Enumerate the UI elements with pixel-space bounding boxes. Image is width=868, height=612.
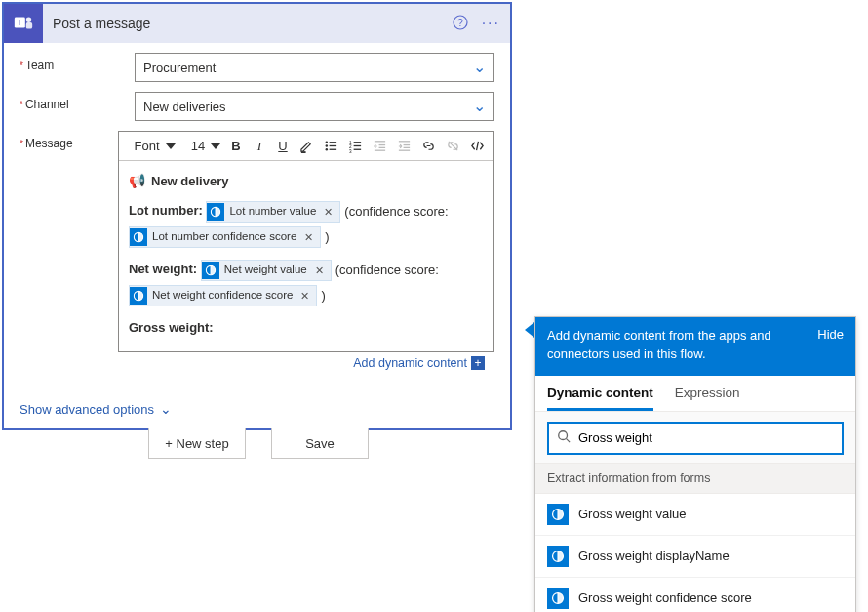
card-title: Post a message (43, 16, 453, 31)
svg-rect-5 (26, 22, 32, 28)
team-label: *Team (20, 53, 135, 72)
chevron-down-icon: ⌄ (160, 401, 172, 417)
remove-token-icon[interactable]: ✕ (312, 263, 327, 279)
ai-builder-icon (130, 287, 147, 305)
outdent-button[interactable] (370, 136, 390, 157)
message-body[interactable]: 📢 New delivery Lot number: Lot number va… (119, 161, 493, 351)
bullhorn-icon: 📢 (129, 171, 145, 191)
token-lot-number-value[interactable]: Lot number value ✕ (206, 201, 340, 223)
remove-token-icon[interactable]: ✕ (297, 288, 312, 305)
svg-point-10 (326, 144, 328, 146)
show-advanced-options[interactable]: Show advanced options ⌄ (4, 393, 510, 428)
ai-builder-icon (547, 504, 569, 525)
tab-dynamic-content[interactable]: Dynamic content (547, 376, 653, 411)
link-button[interactable] (418, 136, 439, 157)
code-view-button[interactable] (467, 136, 488, 157)
action-card: T Post a message ? ··· *Team Procurement… (2, 2, 512, 430)
save-button[interactable]: Save (271, 428, 369, 459)
panel-tabs: Dynamic content Expression (535, 376, 855, 412)
hide-panel-link[interactable]: Hide (817, 327, 844, 342)
ai-builder-icon (547, 546, 569, 567)
chevron-down-icon: ⌄ (473, 60, 486, 75)
editor-toolbar: Font 14 B I U 123 (119, 132, 493, 161)
results-group-header: Extract information from forms (535, 463, 855, 494)
channel-label: *Channel (20, 92, 135, 111)
underline-button[interactable]: U (273, 136, 293, 157)
svg-line-31 (567, 439, 571, 443)
ai-builder-icon (207, 203, 224, 221)
search-input[interactable] (578, 430, 834, 445)
add-dynamic-content-link[interactable]: Add dynamic content+ (118, 352, 494, 377)
font-dropdown[interactable]: Font (125, 136, 185, 157)
more-icon[interactable]: ··· (482, 15, 500, 32)
message-label: *Message (20, 131, 118, 150)
result-gross-weight-confidence[interactable]: Gross weight confidence score (535, 578, 855, 612)
svg-point-11 (326, 148, 328, 150)
bulleted-list-button[interactable] (321, 136, 341, 157)
panel-header: Add dynamic content from the apps and co… (535, 317, 855, 376)
svg-point-9 (326, 142, 328, 143)
dynamic-content-panel: Add dynamic content from the apps and co… (534, 316, 856, 612)
remove-token-icon[interactable]: ✕ (301, 229, 316, 246)
search-icon (557, 429, 571, 446)
unlink-button[interactable] (443, 136, 463, 157)
channel-select[interactable]: New deliveries ⌄ (135, 92, 494, 121)
token-net-weight-value[interactable]: Net weight value ✕ (201, 260, 332, 281)
result-gross-weight-value[interactable]: Gross weight value (535, 494, 855, 536)
chevron-down-icon: ⌄ (473, 99, 486, 114)
tab-expression[interactable]: Expression (675, 376, 740, 411)
search-input-wrapper (547, 422, 844, 455)
remove-token-icon[interactable]: ✕ (321, 204, 335, 221)
plus-icon: + (471, 356, 485, 370)
team-select[interactable]: Procurement ⌄ (135, 53, 494, 82)
svg-text:T: T (18, 18, 23, 27)
svg-point-4 (26, 18, 32, 22)
ai-builder-icon (547, 588, 569, 609)
italic-button[interactable]: I (250, 136, 269, 157)
message-editor: Font 14 B I U 123 (118, 131, 494, 352)
svg-point-30 (559, 431, 568, 440)
numbered-list-button[interactable]: 123 (345, 136, 366, 157)
token-lot-number-confidence[interactable]: Lot number confidence score ✕ (129, 226, 321, 248)
indent-button[interactable] (394, 136, 414, 157)
token-net-weight-confidence[interactable]: Net weight confidence score ✕ (129, 285, 317, 306)
teams-icon: T (4, 4, 43, 43)
bold-button[interactable]: B (226, 136, 246, 157)
svg-text:?: ? (457, 17, 463, 27)
ai-builder-icon (130, 228, 147, 246)
font-size-dropdown[interactable]: 14 (189, 136, 222, 157)
panel-connector-arrow (525, 322, 534, 338)
help-icon[interactable]: ? (453, 15, 468, 33)
card-header: T Post a message ? ··· (4, 4, 510, 43)
result-gross-weight-displayname[interactable]: Gross weight displayName (535, 536, 855, 578)
highlight-button[interactable] (296, 136, 317, 157)
svg-text:3: 3 (349, 149, 352, 153)
new-step-button[interactable]: + New step (148, 428, 246, 459)
ai-builder-icon (202, 262, 219, 279)
